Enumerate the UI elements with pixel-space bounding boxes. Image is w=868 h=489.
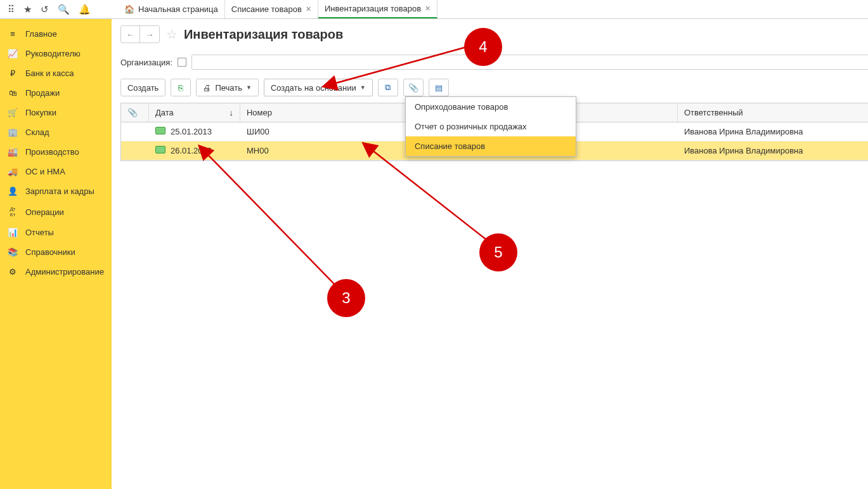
related-icon: ⧉ (385, 82, 391, 93)
chevron-down-icon: ▼ (246, 84, 252, 91)
sidebar-item-label: Операции (25, 207, 64, 217)
ruble-icon: ₽ (8, 68, 18, 78)
svg-line-0 (207, 153, 342, 292)
sidebar-item-label: Справочники (25, 247, 75, 257)
factory-icon: 🏭 (8, 147, 18, 157)
gear-icon: ⚙ (8, 267, 18, 277)
copy-button[interactable]: ⎘ (171, 79, 191, 96)
star-icon[interactable]: ★ (23, 4, 32, 15)
home-icon: 🏠 (124, 4, 134, 14)
sidebar-item-manager[interactable]: 📈Руководителю (0, 44, 112, 63)
sidebar-item-reports[interactable]: 📊Отчеты (0, 223, 112, 242)
tab-writeoff[interactable]: Списание товаров ✕ (225, 0, 318, 18)
cell-responsible: Иванова Ирина Владимировна (678, 146, 868, 155)
org-label: Организация: (120, 58, 172, 67)
attach-button[interactable]: 📎 (403, 79, 424, 96)
cell-date: 26.01.2013 (149, 146, 240, 155)
dropdown-item-retail-report[interactable]: Отчет о розничных продажах (406, 117, 576, 136)
column-header-attach[interactable]: 📎 (121, 103, 149, 122)
button-label: Печать (215, 83, 242, 93)
column-header-label: Дата (155, 108, 174, 117)
dropdown-item-incoming[interactable]: Оприходование товаров (406, 97, 576, 117)
button-label: Создать на основании (271, 83, 356, 93)
create-button[interactable]: Создать (120, 79, 165, 96)
button-label: Создать (127, 83, 159, 93)
sidebar-item-label: Главное (25, 29, 57, 39)
org-input[interactable] (191, 55, 868, 70)
bars-icon: 📊 (8, 228, 18, 237)
column-header-label: Ответственный (684, 108, 743, 117)
dtkt-icon: Дт Кт (8, 206, 18, 218)
forward-button[interactable]: → (140, 26, 159, 42)
list-settings-button[interactable]: ▤ (429, 79, 449, 96)
chart-icon: 📈 (8, 49, 18, 58)
sidebar-item-sales[interactable]: 🛍Продажи (0, 83, 112, 103)
sidebar-item-warehouse[interactable]: 🏢Склад (0, 122, 112, 142)
cell-value: 26.01.2013 (171, 146, 212, 155)
sidebar-item-main[interactable]: ≡Главное (0, 24, 112, 44)
org-checkbox[interactable] (178, 58, 186, 67)
books-icon: 📚 (8, 247, 18, 257)
tab-label: Инвентаризация товаров (325, 4, 421, 13)
dropdown-item-label: Оприходование товаров (415, 102, 508, 112)
menu-icon: ≡ (8, 29, 18, 39)
related-button[interactable]: ⧉ (378, 79, 398, 96)
sidebar-item-assets[interactable]: 🚚ОС и НМА (0, 162, 112, 181)
apps-icon[interactable]: ⠿ (8, 4, 15, 15)
paperclip-icon: 📎 (408, 83, 418, 93)
dropdown-item-label: Списание товаров (415, 141, 485, 151)
truck-icon: 🚚 (8, 167, 18, 176)
callout-badge-5: 5 (479, 233, 517, 271)
warehouse-icon: 🏢 (8, 127, 18, 137)
sidebar-item-directories[interactable]: 📚Справочники (0, 242, 112, 262)
tab-label: Начальная страница (138, 4, 218, 14)
document-posted-icon (155, 127, 165, 134)
history-icon[interactable]: ↺ (41, 4, 49, 15)
tab-bar: 🏠 Начальная страница Списание товаров ✕ … (118, 0, 437, 18)
close-icon[interactable]: ✕ (425, 4, 431, 13)
sidebar: ≡Главное 📈Руководителю ₽Банк и касса 🛍Пр… (0, 19, 112, 489)
create-based-dropdown: Оприходование товаров Отчет о розничных … (405, 96, 576, 157)
sidebar-item-label: Производство (25, 147, 79, 157)
column-header-responsible[interactable]: Ответственный (678, 103, 868, 122)
sidebar-item-label: Отчеты (25, 228, 54, 237)
sidebar-item-purchases[interactable]: 🛒Покупки (0, 103, 112, 122)
create-based-button[interactable]: Создать на основании▼ (264, 79, 373, 96)
chevron-down-icon: ▼ (360, 84, 366, 91)
list-icon: ▤ (435, 83, 443, 93)
bag-icon: 🛍 (8, 88, 18, 98)
close-icon[interactable]: ✕ (306, 5, 311, 13)
sidebar-item-label: Зарплата и кадры (25, 186, 94, 196)
sidebar-item-operations[interactable]: Дт КтОперации (0, 201, 112, 223)
bell-icon[interactable]: 🔔 (79, 4, 91, 15)
sidebar-item-label: Руководителю (25, 49, 81, 58)
print-button[interactable]: 🖨Печать▼ (196, 79, 259, 96)
back-button[interactable]: ← (121, 26, 140, 42)
copy-icon: ⎘ (178, 83, 183, 93)
sidebar-item-label: Администрирование (25, 267, 104, 277)
sidebar-item-admin[interactable]: ⚙Администрирование (0, 262, 112, 282)
search-icon[interactable]: 🔍 (58, 4, 70, 15)
printer-icon: 🖨 (203, 83, 211, 93)
sidebar-item-label: ОС и НМА (25, 167, 65, 176)
callout-badge-3: 3 (327, 279, 365, 317)
sort-asc-icon: ↓ (229, 108, 233, 117)
page-title: Инвентаризация товаров (184, 27, 343, 42)
sidebar-item-hr[interactable]: 👤Зарплата и кадры (0, 181, 112, 201)
svg-line-2 (372, 150, 495, 246)
tab-inventory[interactable]: Инвентаризация товаров ✕ (318, 0, 437, 18)
cell-responsible: Иванова Ирина Владимировна (678, 127, 868, 136)
document-posted-icon (155, 146, 165, 153)
dropdown-item-label: Отчет о розничных продажах (415, 122, 527, 131)
sidebar-item-label: Банк и касса (25, 68, 74, 78)
cell-value: 25.01.2013 (171, 127, 212, 136)
tab-home[interactable]: 🏠 Начальная страница (118, 0, 225, 18)
sidebar-item-label: Продажи (25, 88, 60, 98)
sidebar-item-bank[interactable]: ₽Банк и касса (0, 63, 112, 83)
column-header-date[interactable]: Дата↓ (149, 103, 240, 122)
favorite-icon[interactable]: ☆ (166, 27, 178, 42)
sidebar-item-production[interactable]: 🏭Производство (0, 142, 112, 162)
dropdown-item-writeoff[interactable]: Списание товаров (406, 136, 576, 156)
column-header-label: Номер (247, 108, 272, 117)
person-icon: 👤 (8, 186, 18, 196)
